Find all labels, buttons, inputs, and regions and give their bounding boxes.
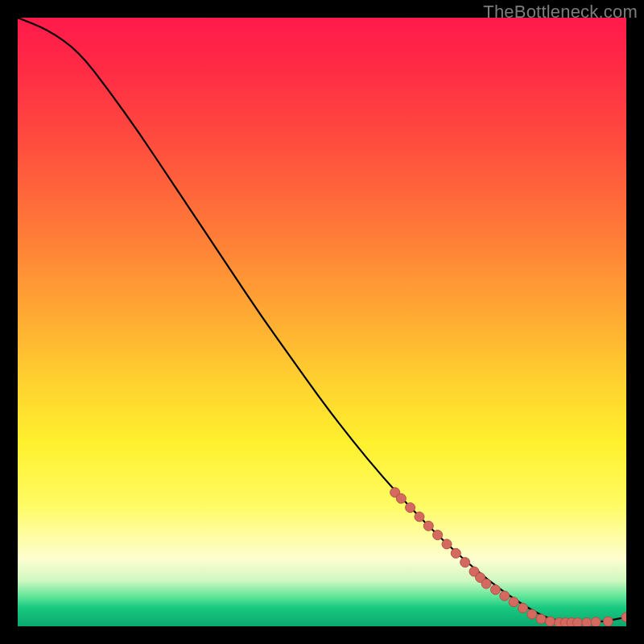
data-marker (527, 609, 537, 619)
data-marker (451, 548, 460, 558)
curve-markers (390, 488, 626, 626)
data-marker (396, 493, 406, 503)
chart-frame: TheBottleneck.com (0, 0, 644, 644)
data-marker (460, 558, 470, 568)
data-marker (509, 597, 518, 607)
curve-line (18, 18, 626, 622)
data-marker (500, 591, 510, 601)
data-marker (573, 618, 583, 627)
data-marker (442, 539, 452, 549)
data-marker (536, 614, 546, 624)
data-marker (491, 585, 501, 595)
data-marker (546, 617, 555, 626)
data-marker (621, 613, 626, 622)
chart-overlay (18, 18, 626, 626)
data-marker (518, 603, 528, 613)
data-marker (433, 530, 443, 540)
data-marker (481, 579, 491, 588)
data-marker (591, 617, 601, 626)
data-marker (423, 521, 433, 530)
data-marker (415, 512, 424, 522)
data-marker (406, 503, 415, 513)
data-marker (582, 618, 592, 627)
plot-area (18, 18, 626, 626)
data-marker (603, 617, 613, 626)
